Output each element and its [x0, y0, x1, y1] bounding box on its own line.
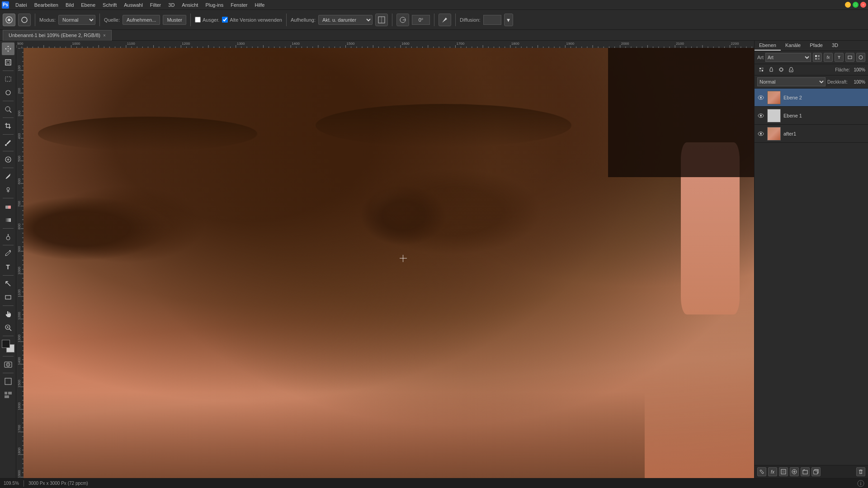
gradient-tool[interactable]: [2, 214, 14, 226]
new-group-btn[interactable]: [801, 467, 810, 476]
add-mask-btn[interactable]: [779, 467, 788, 476]
lasso-tool[interactable]: [2, 86, 14, 99]
svg-point-45: [760, 97, 762, 99]
tool-separator-13: [3, 356, 14, 357]
tab-pfade[interactable]: Pfade: [805, 41, 827, 51]
quick-select-tool[interactable]: [2, 103, 14, 116]
menu-plugins[interactable]: Plug-ins: [202, 1, 227, 9]
filter-smartobj-btn[interactable]: [856, 53, 865, 62]
tab-3d[interactable]: 3D: [827, 41, 843, 51]
hand-tool[interactable]: [2, 308, 14, 320]
alle-ebenen-checkbox[interactable]: [222, 17, 228, 23]
filter-pixel-btn[interactable]: [813, 53, 822, 62]
minimize-button[interactable]: −: [845, 2, 851, 8]
artboard-tool[interactable]: [2, 56, 14, 69]
tool-separator-12: [3, 336, 14, 336]
right-eyebrow: [316, 104, 571, 147]
svg-point-19: [6, 236, 10, 240]
foreground-background-colors[interactable]: [2, 340, 14, 352]
layer-icons-row: Fläche: 100%: [755, 64, 868, 75]
menu-bearbeiten[interactable]: Bearbeiten: [31, 1, 62, 9]
filter-shape-btn[interactable]: [845, 53, 854, 62]
angle-input[interactable]: [412, 15, 430, 25]
menu-bild[interactable]: Bild: [62, 1, 77, 9]
svg-rect-41: [760, 70, 761, 71]
add-style-btn[interactable]: fx: [768, 467, 777, 476]
filter-text-btn[interactable]: T: [835, 53, 844, 62]
layer-item-after1[interactable]: after1: [755, 125, 868, 143]
svg-point-43: [791, 70, 792, 71]
lock-image-btn[interactable]: [767, 66, 775, 74]
extra-tools-btn[interactable]: [2, 389, 14, 401]
new-fill-layer-btn[interactable]: [790, 467, 799, 476]
mode-dropdown[interactable]: Normal Abdunkeln Aufhellen: [58, 15, 95, 25]
tab-ebenen[interactable]: Ebenen: [755, 41, 781, 51]
menu-schrift[interactable]: Schrift: [99, 1, 120, 9]
canvas-wrapper: [16, 41, 754, 478]
quick-mask-btn[interactable]: [2, 358, 14, 371]
tab-close-icon[interactable]: ×: [103, 33, 106, 38]
menu-filter[interactable]: Filter: [146, 1, 165, 9]
menu-datei[interactable]: Datei: [12, 1, 31, 9]
shape-tool[interactable]: [2, 291, 14, 304]
pen-tool[interactable]: [2, 247, 14, 260]
path-select-tool[interactable]: [2, 277, 14, 290]
sample-all-btn[interactable]: [375, 14, 388, 26]
layer-visibility-ebene2[interactable]: [757, 94, 764, 101]
crop-tool[interactable]: [2, 120, 14, 132]
ausgerichtet-checkbox[interactable]: [195, 17, 201, 23]
aufhellen-dropdown[interactable]: Akt. u. darunter Aktiv Alle: [318, 15, 373, 25]
eraser-tool[interactable]: [2, 200, 14, 213]
brush-tool[interactable]: [2, 170, 14, 183]
link-layers-btn[interactable]: [757, 467, 766, 476]
delete-layer-btn[interactable]: [856, 467, 865, 476]
move-tool[interactable]: [2, 42, 14, 55]
toolbar-separator-1: [35, 14, 35, 26]
menu-hilfe[interactable]: Hilfe: [251, 1, 268, 9]
lock-all-btn[interactable]: [787, 66, 795, 74]
diffusion-slider-btn[interactable]: ▾: [504, 14, 513, 26]
layer-item-ebene1[interactable]: Ebene 1: [755, 107, 868, 125]
diffusion-input[interactable]: 5: [483, 15, 501, 25]
text-tool[interactable]: T: [2, 261, 14, 273]
canvas-image-area[interactable]: [24, 48, 754, 478]
filter-type-dropdown[interactable]: Art Name Effekt: [765, 53, 811, 62]
filter-fx-btn[interactable]: fx: [824, 53, 833, 62]
menu-auswahl[interactable]: Auswahl: [120, 1, 146, 9]
info-btn[interactable]: [857, 480, 864, 487]
screen-mode-btn[interactable]: [2, 375, 14, 388]
layer-visibility-ebene1[interactable]: [757, 112, 764, 119]
new-layer-btn[interactable]: [811, 467, 821, 476]
aufnehmen-button[interactable]: Aufnehmen...: [123, 15, 160, 25]
lock-transparent-btn[interactable]: [757, 66, 765, 74]
muster-button[interactable]: Muster: [163, 15, 186, 25]
heal-brush-tool-btn[interactable]: [3, 14, 15, 26]
zoom-tool[interactable]: [2, 321, 14, 334]
tab-kanaele[interactable]: Kanäle: [781, 41, 805, 51]
menu-fenster[interactable]: Fenster: [227, 1, 251, 9]
menu-ansicht[interactable]: Ansicht: [178, 1, 202, 9]
layer-item-ebene2[interactable]: Ebene 2: [755, 89, 868, 107]
ausgerichtet-label: Ausger.: [203, 17, 219, 23]
svg-rect-33: [815, 55, 817, 57]
lock-artboard-btn[interactable]: [777, 66, 785, 74]
dodge-tool[interactable]: [2, 230, 14, 243]
close-button[interactable]: ×: [860, 2, 866, 8]
angle-btn[interactable]: [396, 14, 409, 26]
clone-stamp-tool[interactable]: [2, 183, 14, 196]
canvas-content[interactable]: [24, 48, 754, 478]
brush-mode-btn[interactable]: [439, 14, 451, 26]
tool-separator-8: [3, 228, 14, 229]
menu-3d[interactable]: 3D: [165, 1, 178, 9]
maximize-button[interactable]: □: [853, 2, 859, 8]
foreground-color[interactable]: [2, 340, 10, 348]
svg-line-24: [9, 329, 11, 331]
eyedropper-tool[interactable]: [2, 136, 14, 149]
brush-settings-btn[interactable]: [18, 14, 31, 26]
marquee-tool[interactable]: [2, 73, 14, 85]
document-tab[interactable]: Unbenannt-1 bei 109% (Ebene 2, RGB/8) ×: [3, 30, 112, 41]
menu-ebene[interactable]: Ebene: [77, 1, 99, 9]
blend-mode-dropdown[interactable]: Normal Abdunkeln Multiplizieren Aufhelle…: [757, 77, 826, 86]
layer-visibility-after1[interactable]: [757, 130, 764, 137]
heal-tool[interactable]: [2, 153, 14, 166]
